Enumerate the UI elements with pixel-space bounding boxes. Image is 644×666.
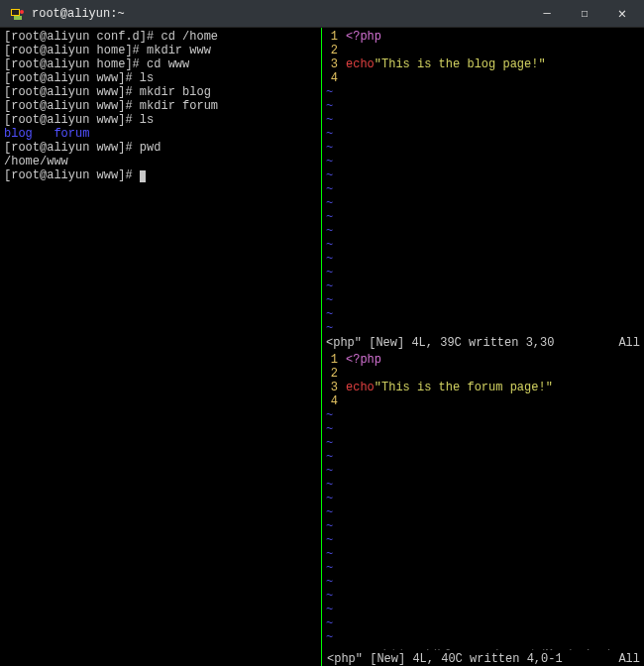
shell-line: [root@aliyun www]# mkdir forum bbox=[4, 99, 317, 113]
window-controls: — ☐ ✕ bbox=[535, 5, 634, 22]
tilde-line: ~ bbox=[322, 141, 640, 155]
tilde-line: ~ bbox=[322, 533, 640, 547]
svg-rect-2 bbox=[14, 16, 22, 20]
editor-split: 1<?php 2 3echo "This is the blog page!";… bbox=[322, 28, 644, 666]
svg-point-3 bbox=[20, 10, 24, 14]
tilde-line: ~ bbox=[322, 519, 640, 533]
shell-line: [root@aliyun www]# ls bbox=[4, 113, 317, 127]
workspace: [root@aliyun conf.d]# cd /home [root@ali… bbox=[0, 28, 644, 666]
status-right: All bbox=[618, 336, 640, 350]
tilde-line: ~ bbox=[322, 224, 640, 238]
tilde-line: ~ bbox=[322, 238, 640, 252]
tilde-line: ~ bbox=[322, 589, 640, 603]
status-line-top: <php" [New] 4L, 39C written 3,30 All bbox=[322, 335, 644, 351]
shell-line: [root@aliyun www]# mkdir blog bbox=[4, 85, 317, 99]
tilde-line: ~ bbox=[322, 547, 640, 561]
tilde-line: ~ bbox=[322, 266, 640, 279]
shell-line: [root@aliyun www]# pwd bbox=[4, 141, 317, 155]
string-literal: "This is the blog page!" bbox=[375, 57, 546, 71]
line-number: 4 bbox=[322, 71, 346, 85]
shell-line: [root@aliyun conf.d]# cd /home bbox=[4, 30, 317, 44]
editor-top[interactable]: 1<?php 2 3echo "This is the blog page!";… bbox=[322, 28, 644, 351]
putty-icon bbox=[10, 7, 24, 21]
tilde-line: ~ bbox=[322, 464, 640, 478]
string-literal: "This is the forum page!" bbox=[375, 381, 553, 394]
tilde-line: ~ bbox=[322, 505, 640, 519]
echo-keyword: echo bbox=[346, 381, 375, 394]
line-number: 2 bbox=[322, 367, 346, 381]
shell-line: [root@aliyun home]# cd www bbox=[4, 57, 317, 71]
tilde-line: ~ bbox=[322, 436, 640, 450]
line-number: 1 bbox=[322, 353, 346, 367]
ls-output: blog forum bbox=[4, 127, 317, 141]
dir-forum: forum bbox=[54, 127, 89, 141]
terminal-pane[interactable]: [root@aliyun conf.d]# cd /home [root@ali… bbox=[0, 28, 322, 666]
tilde-line: ~ bbox=[322, 113, 640, 127]
svg-rect-1 bbox=[12, 10, 19, 15]
tilde-line: ~ bbox=[322, 182, 640, 196]
status-left: <php" [New] 4L, 39C written 3,30 bbox=[326, 336, 554, 350]
line-number: 3 bbox=[322, 381, 346, 394]
tilde-line: ~ bbox=[322, 196, 640, 210]
echo-keyword: echo bbox=[346, 57, 375, 71]
line-number: 4 bbox=[322, 394, 346, 408]
tilde-line: ~ bbox=[322, 279, 640, 293]
line-number: 2 bbox=[322, 44, 346, 57]
tilde-line: ~ bbox=[322, 450, 640, 464]
window-title: root@aliyun:~ bbox=[32, 7, 535, 21]
php-open-tag: <?php bbox=[346, 353, 381, 367]
shell-line: [root@aliyun www]# ls bbox=[4, 71, 317, 85]
tilde-line: ~ bbox=[322, 293, 640, 307]
status-left: <php" [New] 4L, 40C written 4,0-1 bbox=[327, 652, 563, 664]
dir-blog: blog bbox=[4, 127, 33, 141]
maximize-button[interactable]: ☐ bbox=[573, 6, 596, 21]
cursor bbox=[140, 170, 146, 182]
line-number: 1 bbox=[322, 30, 346, 44]
tilde-line: ~ bbox=[322, 408, 640, 422]
tilde-line: ~ bbox=[322, 252, 640, 266]
tilde-line: ~ bbox=[322, 561, 640, 575]
tilde-line: ~ bbox=[322, 210, 640, 224]
tilde-line: ~ bbox=[322, 155, 640, 168]
editor-bottom[interactable]: 1<?php 2 3echo "This is the forum page!"… bbox=[322, 351, 644, 666]
tilde-line: ~ bbox=[322, 321, 640, 335]
tilde-line: ~ bbox=[322, 127, 640, 141]
tilde-line: ~ bbox=[322, 99, 640, 113]
tilde-line: ~ bbox=[322, 616, 640, 630]
tilde-line: ~ bbox=[322, 603, 640, 616]
shell-line: [root@aliyun home]# mkdir www bbox=[4, 44, 317, 57]
php-open-tag: <?php bbox=[346, 30, 381, 44]
status-line-bottom: <php" [New] 4L, 40C written 4,0-1 All bbox=[323, 650, 644, 666]
titlebar: root@aliyun:~ — ☐ ✕ bbox=[0, 0, 644, 28]
tilde-line: ~ bbox=[322, 492, 640, 505]
tilde-line: ~ bbox=[322, 85, 640, 99]
status-right: All bbox=[618, 652, 640, 664]
tilde-line: ~ bbox=[322, 478, 640, 492]
tilde-line: ~ bbox=[322, 307, 640, 321]
semicolon: ; bbox=[546, 57, 553, 71]
tilde-line: ~ bbox=[322, 422, 640, 436]
close-button[interactable]: ✕ bbox=[610, 5, 634, 22]
minimize-button[interactable]: — bbox=[535, 7, 559, 21]
tilde-line: ~ bbox=[322, 575, 640, 589]
shell-line: /home/www bbox=[4, 155, 317, 168]
semicolon: ; bbox=[553, 381, 560, 394]
shell-prompt: [root@aliyun www]# bbox=[4, 168, 317, 182]
tilde-line: ~ bbox=[322, 168, 640, 182]
line-number: 3 bbox=[322, 57, 346, 71]
tilde-line: ~ bbox=[322, 630, 640, 644]
